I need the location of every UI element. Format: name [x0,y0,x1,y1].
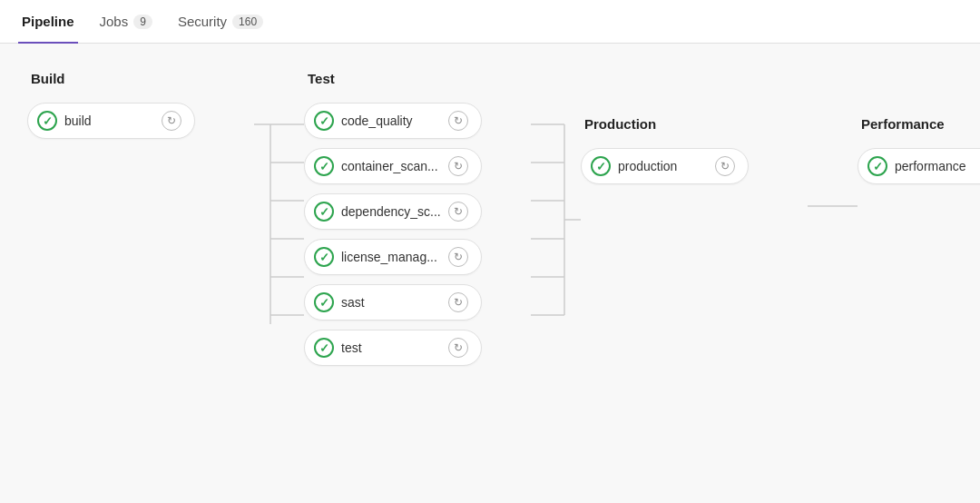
performance-stage-header: Performance [858,116,945,132]
build-stage-header: Build [27,71,65,86]
check-icon-code-quality [314,111,334,131]
build-stage-jobs: build ↻ [27,103,195,139]
job-sast[interactable]: sast ↻ [304,284,482,321]
tab-bar: Pipeline Jobs 9 Security 160 [0,0,980,44]
performance-stage-jobs: performance ↻ [858,148,980,184]
job-sast-name: sast [341,295,441,310]
connector-svg-build-test [254,111,304,347]
job-performance[interactable]: performance ↻ [858,148,980,184]
connector-test-production [531,71,581,347]
job-build-name: build [64,113,154,128]
job-test[interactable]: test ↻ [304,330,482,366]
check-icon-container-scan [314,156,334,176]
job-production-name: production [618,159,708,173]
production-stage: Production production ↻ [581,71,808,184]
production-stage-wrapper: Production production ↻ [581,71,858,229]
pipeline-content: Build build ↻ [0,44,980,393]
tab-jobs[interactable]: Jobs 9 [96,1,156,44]
connector-build-test [254,71,304,347]
check-icon-build [37,111,57,131]
retry-icon-build[interactable]: ↻ [162,111,181,131]
retry-icon-production[interactable]: ↻ [715,156,735,176]
job-license-manag[interactable]: license_manag... ↻ [304,239,482,275]
build-stage-wrapper: Build build ↻ [27,71,304,347]
retry-icon-test[interactable]: ↻ [448,338,468,358]
check-icon-dependency-sc [314,202,334,222]
tab-jobs-badge: 9 [133,15,152,29]
tab-pipeline[interactable]: Pipeline [18,1,78,44]
tab-pipeline-label: Pipeline [22,14,74,29]
test-stage-header: Test [304,71,335,86]
check-icon-license-manag [314,247,334,267]
retry-icon-license-manag[interactable]: ↻ [448,247,468,267]
check-icon-sast [314,292,334,312]
job-license-manag-name: license_manag... [341,250,441,264]
test-stage-jobs: code_quality ↻ container_scan... ↻ depen… [304,103,482,366]
check-icon-performance [867,156,887,176]
tab-security-badge: 160 [232,15,263,29]
check-icon-test [314,338,334,358]
tab-jobs-label: Jobs [100,14,129,29]
job-dependency-sc[interactable]: dependency_sc... ↻ [304,193,482,230]
connector-production-performance [808,71,858,229]
job-dependency-sc-name: dependency_sc... [341,204,441,219]
build-stage: Build build ↻ [27,71,254,139]
job-performance-name: performance [895,159,980,173]
job-container-scan-name: container_scan... [341,159,441,173]
tab-security-label: Security [178,14,227,29]
connector-svg-test-production [531,111,581,347]
performance-stage: Performance performance ↻ [858,71,980,184]
retry-icon-container-scan[interactable]: ↻ [448,156,468,176]
retry-icon-sast[interactable]: ↻ [448,292,468,312]
stages-container: Build build ↻ [27,71,953,366]
connector-svg-production-performance [808,192,858,229]
retry-icon-dependency-sc[interactable]: ↻ [448,202,468,222]
test-stage: Test code_quality ↻ container_scan... ↻ [304,71,531,366]
tab-security[interactable]: Security 160 [174,1,267,44]
job-code-quality[interactable]: code_quality ↻ [304,103,482,139]
production-stage-header: Production [581,116,656,132]
job-test-name: test [341,340,441,355]
production-stage-jobs: production ↻ [581,148,749,184]
job-build[interactable]: build ↻ [27,103,195,139]
test-stage-wrapper: Test code_quality ↻ container_scan... ↻ [304,71,581,366]
retry-icon-code-quality[interactable]: ↻ [448,111,468,131]
job-container-scan[interactable]: container_scan... ↻ [304,148,482,184]
job-production[interactable]: production ↻ [581,148,749,184]
job-code-quality-name: code_quality [341,113,441,128]
check-icon-production [591,156,611,176]
